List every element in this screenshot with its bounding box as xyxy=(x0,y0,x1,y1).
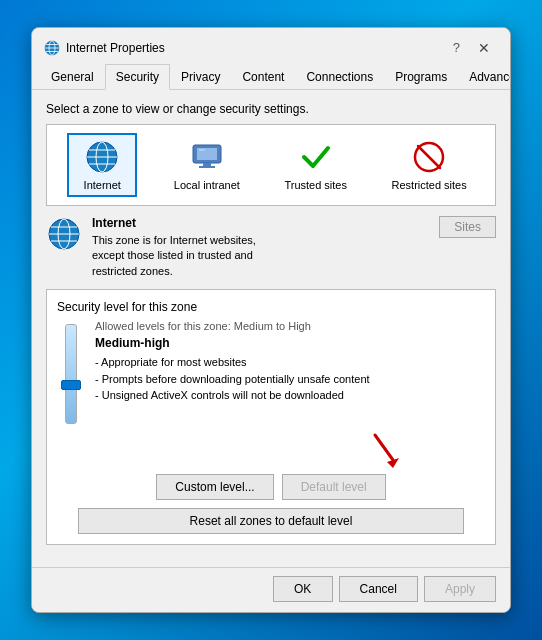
zone-item-trusted[interactable]: Trusted sites xyxy=(276,133,355,197)
cancel-button[interactable]: Cancel xyxy=(339,576,418,602)
tab-general[interactable]: General xyxy=(40,64,105,90)
security-level-title: Medium-high xyxy=(95,336,485,350)
tab-privacy[interactable]: Privacy xyxy=(170,64,231,90)
tab-content-panel: Select a zone to view or change security… xyxy=(32,90,510,567)
tab-advanced[interactable]: Advanced xyxy=(458,64,511,90)
svg-rect-13 xyxy=(199,166,215,168)
zone-label: Select a zone to view or change security… xyxy=(46,102,496,116)
apply-button[interactable]: Apply xyxy=(424,576,496,602)
custom-level-button[interactable]: Custom level... xyxy=(156,474,273,500)
titlebar: Internet Properties ? ✕ xyxy=(32,28,510,64)
security-inner: Allowed levels for this zone: Medium to … xyxy=(57,320,485,424)
slider-track[interactable] xyxy=(65,324,77,424)
restricted-icon xyxy=(411,139,447,175)
zone-restricted-label: Restricted sites xyxy=(392,179,467,191)
zone-box: Internet Local intranet xyxy=(46,124,496,206)
zone-section: Select a zone to view or change security… xyxy=(46,102,496,206)
trusted-icon xyxy=(298,139,334,175)
zone-item-internet[interactable]: Internet xyxy=(67,133,137,197)
zone-trusted-label: Trusted sites xyxy=(284,179,347,191)
svg-rect-12 xyxy=(203,163,211,166)
allowed-levels-label: Allowed levels for this zone: Medium to … xyxy=(95,320,485,332)
reset-btn-container: Reset all zones to default level xyxy=(57,508,485,534)
internet-properties-dialog: Internet Properties ? ✕ General Security… xyxy=(31,27,511,613)
arrow-icon xyxy=(365,430,405,470)
security-text: Allowed levels for this zone: Medium to … xyxy=(95,320,485,424)
zone-info-description: This zone is for Internet websites,excep… xyxy=(92,233,429,279)
dialog-footer: OK Cancel Apply xyxy=(32,567,510,612)
security-level-desc: - Appropriate for most websites - Prompt… xyxy=(95,354,485,404)
ok-button[interactable]: OK xyxy=(273,576,333,602)
tab-bar: General Security Privacy Content Connect… xyxy=(32,64,510,90)
zone-intranet-label: Local intranet xyxy=(174,179,240,191)
level-buttons-row: Custom level... Default level xyxy=(57,474,485,500)
security-section-title: Security level for this zone xyxy=(57,300,485,314)
arrow-area xyxy=(57,430,485,470)
window-icon xyxy=(44,40,60,56)
tab-content[interactable]: Content xyxy=(231,64,295,90)
level-desc-item-1: - Appropriate for most websites xyxy=(95,354,485,371)
zone-item-intranet[interactable]: Local intranet xyxy=(166,133,248,197)
zone-info-section: Internet This zone is for Internet websi… xyxy=(46,216,496,279)
slider-thumb xyxy=(61,380,81,390)
help-button[interactable]: ? xyxy=(447,40,466,55)
zone-info-text: Internet This zone is for Internet websi… xyxy=(92,216,429,279)
security-section: Security level for this zone Allowed lev… xyxy=(46,289,496,545)
zone-item-restricted[interactable]: Restricted sites xyxy=(384,133,475,197)
reset-zones-button[interactable]: Reset all zones to default level xyxy=(78,508,463,534)
level-desc-item-3: - Unsigned ActiveX controls will not be … xyxy=(95,387,485,404)
intranet-icon xyxy=(189,139,225,175)
titlebar-controls: ? ✕ xyxy=(447,38,498,58)
level-desc-item-2: - Prompts before downloading potentially… xyxy=(95,371,485,388)
tab-security[interactable]: Security xyxy=(105,64,170,90)
close-button[interactable]: ✕ xyxy=(470,38,498,58)
slider-area xyxy=(57,320,85,424)
zone-info-icon xyxy=(46,216,82,252)
window-title: Internet Properties xyxy=(66,41,165,55)
svg-line-22 xyxy=(375,435,393,460)
titlebar-left: Internet Properties xyxy=(44,40,165,56)
zone-info-title: Internet xyxy=(92,216,429,230)
tab-connections[interactable]: Connections xyxy=(295,64,384,90)
sites-button[interactable]: Sites xyxy=(439,216,496,238)
tab-programs[interactable]: Programs xyxy=(384,64,458,90)
internet-icon xyxy=(84,139,120,175)
zone-internet-label: Internet xyxy=(84,179,121,191)
default-level-button[interactable]: Default level xyxy=(282,474,386,500)
